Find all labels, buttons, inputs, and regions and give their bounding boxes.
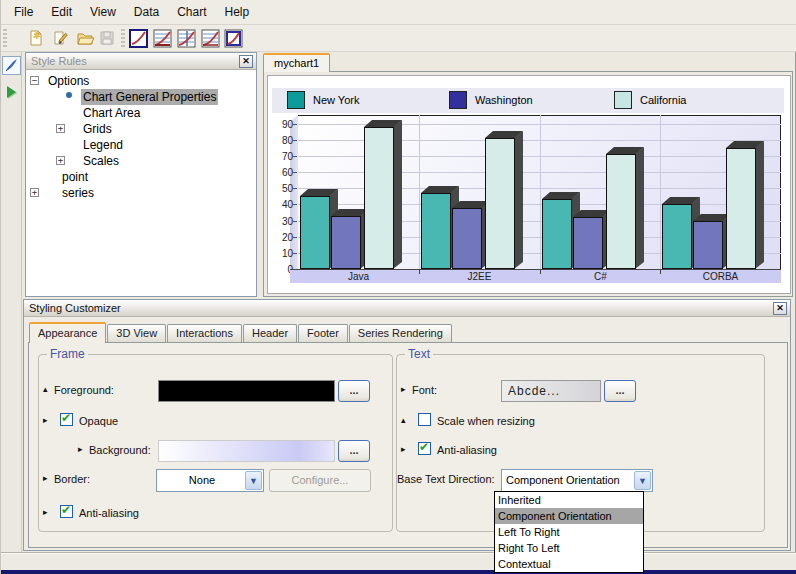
- tree-minus-handle[interactable]: −: [30, 76, 39, 85]
- run-button[interactable]: [2, 82, 21, 101]
- dropdown-option-right-to-left[interactable]: Right To Left: [495, 540, 643, 556]
- tree-item[interactable]: Legend: [26, 137, 256, 153]
- chart-type-2-button[interactable]: [151, 27, 173, 49]
- gridline: [419, 115, 420, 269]
- tree-item[interactable]: −Options: [26, 73, 256, 89]
- menu-data[interactable]: Data: [125, 2, 168, 22]
- bar[interactable]: [300, 196, 330, 269]
- expand-arrow-icon[interactable]: ▸: [43, 473, 48, 483]
- open-folder-icon: [76, 29, 95, 47]
- style-rules-title: Style Rules: [31, 55, 87, 67]
- base-text-direction-combobox[interactable]: Component Orientation ▼: [501, 469, 653, 492]
- expand-arrow-icon[interactable]: ▸: [43, 415, 48, 425]
- new-document-button[interactable]: [25, 27, 47, 49]
- customizer-titlebar[interactable]: Styling Customizer ✕: [24, 300, 790, 317]
- expand-arrow-icon[interactable]: ▸: [401, 384, 406, 394]
- tab-3d-view[interactable]: 3D View: [107, 324, 166, 342]
- expand-arrow-icon[interactable]: ▸: [43, 507, 48, 517]
- font-picker-button[interactable]: ...: [604, 380, 636, 402]
- x-axis-tick: [660, 270, 661, 274]
- close-icon[interactable]: ✕: [239, 55, 253, 68]
- menu-view[interactable]: View: [81, 2, 125, 22]
- tree-item[interactable]: +Grids: [26, 121, 256, 137]
- tree-item[interactable]: +series: [26, 185, 256, 201]
- bar[interactable]: [573, 217, 603, 269]
- background-picker-button[interactable]: ...: [338, 440, 370, 462]
- text-group-title: Text: [405, 347, 433, 361]
- border-combobox[interactable]: None ▼: [156, 469, 264, 492]
- legend-swatch: [614, 91, 632, 109]
- base-text-direction-dropdown: InheritedComponent OrientationLeft To Ri…: [494, 491, 644, 573]
- chevron-down-icon[interactable]: ▼: [634, 471, 651, 490]
- bar[interactable]: [331, 216, 361, 269]
- tree-item[interactable]: +Scales: [26, 153, 256, 169]
- bar[interactable]: [726, 148, 756, 269]
- legend-swatch: [287, 91, 305, 109]
- x-axis-label: J2EE: [419, 271, 540, 282]
- save-button[interactable]: [96, 27, 118, 49]
- tree-item[interactable]: Chart General Properties: [26, 89, 256, 105]
- bar[interactable]: [452, 208, 482, 269]
- style-rules-titlebar[interactable]: Style Rules ✕: [26, 53, 256, 70]
- y-axis-label: 60: [269, 167, 293, 178]
- stylesheet-pen-button[interactable]: [2, 56, 21, 75]
- toolbar-grip[interactable]: [121, 29, 125, 48]
- menu-help[interactable]: Help: [216, 2, 259, 22]
- tab-series-rendering[interactable]: Series Rendering: [349, 324, 452, 342]
- configure-button[interactable]: Configure...: [269, 469, 371, 492]
- tree-item[interactable]: Chart Area: [26, 105, 256, 121]
- tab-header[interactable]: Header: [243, 324, 297, 342]
- menu-edit[interactable]: Edit: [42, 2, 81, 22]
- tab-mychart1[interactable]: mychart1: [263, 53, 330, 72]
- tree-plus-handle[interactable]: +: [30, 188, 39, 197]
- scale-when-resizing-label: Scale when resizing: [437, 415, 535, 427]
- bar[interactable]: [542, 199, 572, 269]
- collapse-arrow-icon[interactable]: ▴: [43, 384, 48, 394]
- collapse-arrow-icon[interactable]: ▴: [401, 415, 406, 425]
- tree-item-label: series: [60, 185, 96, 201]
- chevron-down-icon[interactable]: ▼: [245, 471, 262, 490]
- opaque-checkbox[interactable]: [60, 413, 73, 426]
- y-axis-label: 30: [269, 216, 293, 227]
- bar-side-face: [635, 147, 644, 269]
- menu-chart[interactable]: Chart: [168, 2, 215, 22]
- bar[interactable]: [364, 127, 394, 269]
- dropdown-option-left-to-right[interactable]: Left To Right: [495, 524, 643, 540]
- scale-when-resizing-checkbox[interactable]: [418, 413, 431, 426]
- tree-plus-handle[interactable]: +: [56, 124, 65, 133]
- x-axis-label: C#: [540, 271, 661, 282]
- bar[interactable]: [606, 154, 636, 269]
- chart-type-3-button[interactable]: [175, 27, 197, 49]
- open-button[interactable]: [74, 27, 96, 49]
- chart-type-4-button[interactable]: [199, 27, 221, 49]
- expand-arrow-icon[interactable]: ▸: [78, 444, 83, 454]
- dropdown-option-contextual[interactable]: Contextual: [495, 556, 643, 572]
- bar[interactable]: [693, 221, 723, 269]
- tab-appearance[interactable]: Appearance: [29, 322, 106, 343]
- customizer-title: Styling Customizer: [29, 302, 121, 314]
- toolbar-grip[interactable]: [3, 29, 7, 48]
- edit-stylesheet-button[interactable]: [50, 27, 72, 49]
- tab-footer[interactable]: Footer: [298, 324, 348, 342]
- bar[interactable]: [485, 138, 515, 269]
- frame-antialiasing-label: Anti-aliasing: [79, 507, 139, 519]
- text-antialiasing-checkbox[interactable]: [418, 442, 431, 455]
- chart-type-1-button[interactable]: [127, 27, 149, 49]
- tab-interactions[interactable]: Interactions: [167, 324, 242, 342]
- frame-group: Frame ▴ Foreground: ... ▸ Opaque ▸ Backg…: [38, 354, 393, 532]
- menu-file[interactable]: File: [5, 2, 42, 22]
- chart-type-5-button[interactable]: [222, 27, 244, 49]
- expand-arrow-icon[interactable]: ▸: [401, 444, 406, 454]
- chart-component[interactable]: New YorkWashingtonCalifornia010203040506…: [267, 75, 791, 294]
- style-rules-panel: Style Rules ✕ −OptionsChart General Prop…: [25, 52, 257, 297]
- dropdown-option-component-orientation[interactable]: Component Orientation: [495, 508, 643, 524]
- foreground-picker-button[interactable]: ...: [338, 380, 370, 402]
- bar[interactable]: [662, 204, 692, 269]
- dropdown-option-inherited[interactable]: Inherited: [495, 492, 643, 508]
- background-row: ▸ Background: ...: [39, 440, 392, 464]
- bar[interactable]: [421, 193, 451, 269]
- frame-antialiasing-checkbox[interactable]: [60, 505, 73, 518]
- tree-item[interactable]: point: [26, 169, 256, 185]
- close-icon[interactable]: ✕: [773, 302, 787, 315]
- tree-plus-handle[interactable]: +: [56, 156, 65, 165]
